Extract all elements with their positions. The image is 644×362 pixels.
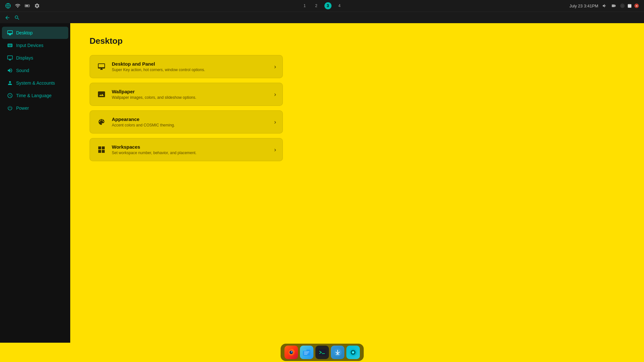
minimize-button[interactable]: − <box>620 4 625 8</box>
sidebar-item-desktop[interactable]: Desktop <box>2 27 68 39</box>
workspace-2[interactable]: 2 <box>313 2 320 9</box>
system-accounts-icon <box>7 80 13 86</box>
svg-rect-8 <box>303 350 306 351</box>
appearance-card[interactable]: Appearance Accent colors and COSMIC them… <box>90 110 283 134</box>
dock-files[interactable] <box>300 346 313 359</box>
desktop-panel-chevron: › <box>274 63 276 70</box>
workspace-1[interactable]: 1 <box>301 2 308 9</box>
sidebar-item-system-accounts-label: System & Accounts <box>16 80 55 86</box>
sidebar: Desktop Input Devices Displays Sound Sys… <box>0 23 70 343</box>
secondbar <box>0 12 644 23</box>
input-devices-icon <box>7 42 13 48</box>
back-icon[interactable] <box>5 15 10 21</box>
power-icon <box>7 105 13 111</box>
appearance-title: Appearance <box>112 116 274 122</box>
displays-icon <box>7 55 13 61</box>
main-layout: Desktop Input Devices Displays Sound Sys… <box>0 23 644 343</box>
wallpaper-icon <box>96 89 107 99</box>
maximize-button[interactable]: ⬜ <box>627 4 632 8</box>
sidebar-item-power-label: Power <box>16 106 29 111</box>
desktop-panel-desc: Super Key action, hot corners, window co… <box>112 68 274 72</box>
sidebar-item-time-language-label: Time & Language <box>16 93 52 98</box>
svg-rect-10 <box>304 353 308 354</box>
topbar-right: July 23 3:41PM − ⬜ ✕ <box>569 3 639 8</box>
content-area: Desktop Desktop and Panel Super Key acti… <box>70 23 644 343</box>
dock <box>281 344 364 361</box>
wallpaper-chevron: › <box>274 91 276 98</box>
workspaces-desc: Set workspace number, behavior, and plac… <box>112 151 274 155</box>
sidebar-item-input-devices-label: Input Devices <box>16 43 43 48</box>
dock-terminal[interactable] <box>315 346 329 359</box>
appearance-desc: Accent colors and COSMIC theming. <box>112 123 274 127</box>
appearance-text: Appearance Accent colors and COSMIC them… <box>112 116 274 127</box>
dock-downloader[interactable] <box>331 346 344 359</box>
workspace-4[interactable]: 4 <box>336 2 343 9</box>
settings-icon <box>34 3 40 9</box>
page-title: Desktop <box>90 36 625 46</box>
desktop-panel-icon <box>96 61 107 72</box>
sidebar-item-displays-label: Displays <box>16 55 33 60</box>
wallpaper-text: Wallpaper Wallpaper images, colors, and … <box>112 89 274 100</box>
datetime: July 23 3:41PM <box>569 4 598 8</box>
sidebar-item-displays[interactable]: Displays <box>2 52 68 64</box>
desktop-panel-card[interactable]: Desktop and Panel Super Key action, hot … <box>90 55 283 78</box>
workspaces-chevron: › <box>274 146 276 153</box>
workspaces-title: Workspaces <box>112 144 274 150</box>
svg-rect-9 <box>304 352 309 352</box>
desktop-panel-text: Desktop and Panel Super Key action, hot … <box>112 61 274 72</box>
workspace-3[interactable]: 3 <box>324 2 332 9</box>
sidebar-item-input-devices[interactable]: Input Devices <box>2 39 68 51</box>
sound-icon <box>7 68 13 73</box>
dock-proxy[interactable] <box>346 346 360 359</box>
wallpaper-desc: Wallpaper images, colors, and slideshow … <box>112 95 274 100</box>
topbar: 1 2 3 4 July 23 3:41PM − ⬜ ✕ <box>0 0 644 12</box>
time-language-icon <box>7 93 13 98</box>
speaker-icon <box>602 3 607 8</box>
desktop-icon <box>7 30 13 36</box>
topbar-workspaces: 1 2 3 4 <box>301 2 343 9</box>
appearance-chevron: › <box>274 119 276 125</box>
sidebar-item-sound-label: Sound <box>16 68 29 73</box>
dock-firefox[interactable] <box>284 346 298 359</box>
window-controls: − ⬜ ✕ <box>620 4 639 8</box>
camera-icon <box>611 3 616 8</box>
svg-point-6 <box>291 351 293 353</box>
wifi-icon <box>15 3 21 9</box>
workspaces-card[interactable]: Workspaces Set workspace number, behavio… <box>90 138 283 161</box>
sidebar-item-power[interactable]: Power <box>2 102 68 114</box>
sidebar-item-sound[interactable]: Sound <box>2 64 68 77</box>
topbar-left <box>5 3 40 9</box>
workspaces-icon <box>96 144 107 155</box>
desktop-panel-title: Desktop and Panel <box>112 61 274 67</box>
svg-point-19 <box>352 352 353 353</box>
cosmic-icon[interactable] <box>5 3 11 9</box>
workspaces-text: Workspaces Set workspace number, behavio… <box>112 144 274 155</box>
battery-icon <box>24 3 30 9</box>
close-button[interactable]: ✕ <box>634 4 639 8</box>
svg-rect-12 <box>318 349 326 356</box>
wallpaper-title: Wallpaper <box>112 89 274 94</box>
search-icon[interactable] <box>14 15 20 21</box>
taskbar <box>0 343 644 362</box>
appearance-icon <box>96 117 107 127</box>
wallpaper-card[interactable]: Wallpaper Wallpaper images, colors, and … <box>90 83 283 106</box>
sidebar-item-time-language[interactable]: Time & Language <box>2 89 68 102</box>
sidebar-item-desktop-label: Desktop <box>16 30 33 35</box>
svg-rect-3 <box>25 5 28 7</box>
sidebar-item-system-accounts[interactable]: System & Accounts <box>2 77 68 89</box>
svg-rect-11 <box>304 354 307 355</box>
